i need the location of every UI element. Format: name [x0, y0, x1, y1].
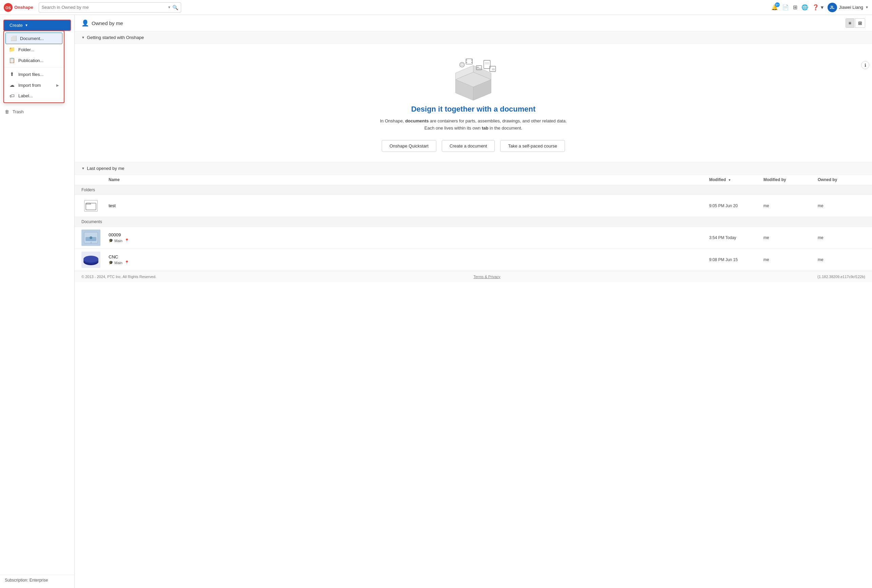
- menu-item-import-files-label: Import files...: [18, 72, 44, 77]
- search-input[interactable]: [42, 5, 168, 10]
- view-toggle: ≡ ⊞: [845, 18, 865, 28]
- menu-item-label[interactable]: 🏷 Label...: [4, 90, 64, 101]
- footer-version: (1.182.38209.e117c9cf122b): [817, 274, 865, 279]
- doc-modified-by-cnc: me: [764, 257, 818, 262]
- svg-point-25: [90, 236, 92, 239]
- folder-owned-by: me: [818, 204, 865, 208]
- doc-info-cnc: CNC 🎓 Main 📍: [108, 254, 709, 265]
- doc-owned-by-cnc: me: [818, 257, 865, 262]
- folder-modified-by: me: [764, 204, 818, 208]
- doc-thumb-svg-00009: :): [81, 230, 101, 246]
- table-row[interactable]: test 9:05 PM Jun 20 me me: [75, 195, 872, 217]
- search-container[interactable]: ▼ 🔍: [39, 2, 181, 12]
- folder-modified: 9:05 PM Jun 20: [709, 204, 764, 208]
- col-owned-by: Owned by: [818, 177, 865, 182]
- navbar: OS Onshape ▼ 🔍 🔔 9+ 📄 ⊞ 🌐 ❓ ▾ JL Jiawei …: [0, 0, 872, 15]
- logo-text: Onshape: [14, 5, 33, 10]
- branch-icon-cnc: 🎓: [108, 260, 113, 265]
- doc-name-cnc: CNC: [108, 254, 709, 260]
- sidebar-item-trash[interactable]: 🗑 Trash: [0, 107, 74, 117]
- col-name[interactable]: Name: [108, 177, 709, 182]
- grid-view-button[interactable]: ⊞: [855, 18, 865, 28]
- svg-text::): :): [90, 242, 92, 243]
- menu-item-folder[interactable]: 📁 Folder...: [4, 44, 64, 55]
- doc-thumbnail-image-cnc: [81, 252, 101, 268]
- search-button[interactable]: 🔍: [172, 5, 178, 10]
- user-avatar: JL: [828, 3, 837, 12]
- welcome-title: Design it together with a document: [411, 105, 536, 114]
- welcome-description: In Onshape, documents are containers for…: [378, 118, 568, 132]
- footer-copyright: © 2013 - 2024, PTC Inc. All Rights Reser…: [81, 274, 156, 279]
- notification-badge: 9+: [775, 2, 780, 7]
- logo[interactable]: OS Onshape: [3, 3, 33, 12]
- doc-owned-by-00009: me: [818, 236, 865, 240]
- doc-thumbnail-image-00009: :): [81, 230, 101, 246]
- page-title-text: Owned by me: [92, 20, 123, 26]
- cloud-menu-icon: ☁: [9, 82, 15, 88]
- doc-tag-branch-00009: 🎓 Main: [108, 238, 122, 243]
- documents-icon[interactable]: 📄: [782, 4, 789, 10]
- svg-text:3D: 3D: [492, 68, 495, 70]
- notifications-icon[interactable]: 🔔 9+: [771, 4, 778, 10]
- main-content: 👤 Owned by me ≡ ⊞ ▼ Getting started with…: [75, 15, 872, 588]
- content-header: 👤 Owned by me ≡ ⊞: [75, 15, 872, 32]
- svg-rect-13: [466, 62, 467, 63]
- last-opened-header[interactable]: ▼ Last opened by me: [75, 162, 872, 175]
- doc-modified-cnc: 9:08 PM Jun 15: [709, 257, 764, 262]
- grid-icon[interactable]: ⊞: [793, 4, 797, 10]
- search-dropdown-arrow[interactable]: ▼: [168, 5, 171, 9]
- help-icon[interactable]: ❓ ▾: [812, 4, 823, 10]
- menu-item-label-label: Label...: [18, 93, 33, 98]
- doc-tag-pin-00009: 📍: [125, 238, 129, 243]
- table-row[interactable]: CNC 🎓 Main 📍 9:08 PM Jun 15 me me: [75, 249, 872, 271]
- globe-icon[interactable]: 🌐: [801, 4, 808, 10]
- menu-item-import-from-label: Import from: [18, 83, 41, 88]
- onshape-logo-icon: OS: [3, 3, 13, 12]
- navbar-icons: 🔔 9+ 📄 ⊞ 🌐 ❓ ▾ JL Jiawei Liang ▼: [771, 3, 869, 12]
- label-menu-icon: 🏷: [9, 93, 15, 99]
- doc-info-00009: 00009 🎓 Main 📍: [108, 232, 709, 243]
- user-menu[interactable]: JL Jiawei Liang ▼: [828, 3, 869, 12]
- folders-section-label: Folders: [75, 185, 872, 195]
- menu-item-import-from[interactable]: ☁ Import from ▶: [4, 80, 64, 90]
- last-opened-label: Last opened by me: [87, 166, 125, 171]
- folder-svg: [86, 201, 96, 211]
- footer-terms[interactable]: Terms & Privacy: [473, 274, 500, 279]
- page-footer: © 2013 - 2024, PTC Inc. All Rights Reser…: [75, 271, 872, 282]
- publication-menu-icon: 📋: [9, 57, 15, 63]
- getting-started-header[interactable]: ▼ Getting started with Onshape: [75, 32, 872, 44]
- doc-modified-by-00009: me: [764, 236, 818, 240]
- col-modified[interactable]: Modified ▼: [709, 177, 764, 182]
- svg-point-17: [460, 62, 465, 67]
- doc-name-00009: 00009: [108, 232, 709, 237]
- files-table: Name Modified ▼ Modified by Owned by Fol…: [75, 175, 872, 271]
- menu-item-document[interactable]: ⬜ Document...: [5, 33, 62, 44]
- folder-info: test: [108, 203, 709, 208]
- dropdown-divider-1: [4, 67, 64, 68]
- create-button-label: Create: [9, 23, 23, 28]
- pin-icon: 📍: [125, 238, 129, 243]
- welcome-actions: Onshape Quickstart Create a document Tak…: [382, 140, 565, 152]
- menu-item-publication[interactable]: 📋 Publication...: [4, 55, 64, 66]
- last-opened-chevron-icon: ▼: [81, 166, 85, 170]
- sidebar: Create ▼ ⬜ Document... 📁 Folder... 📋 Pub…: [0, 15, 75, 588]
- documents-section-label: Documents: [75, 217, 872, 227]
- getting-started-label: Getting started with Onshape: [87, 35, 144, 40]
- create-document-button[interactable]: Create a document: [442, 140, 495, 152]
- doc-tags-00009: 🎓 Main 📍: [108, 238, 709, 243]
- folder-name: test: [108, 203, 709, 208]
- trash-icon: 🗑: [5, 109, 9, 114]
- menu-item-import-files[interactable]: ⬆ Import files...: [4, 69, 64, 80]
- quickstart-button[interactable]: Onshape Quickstart: [382, 140, 436, 152]
- list-view-button[interactable]: ≡: [845, 18, 854, 28]
- menu-item-publication-label: Publication...: [18, 58, 44, 63]
- self-paced-course-button[interactable]: Take a self-paced course: [500, 140, 565, 152]
- folder-menu-icon: 📁: [9, 46, 15, 52]
- create-button[interactable]: Create ▼: [3, 20, 71, 31]
- folder-thumbnail: [81, 198, 101, 214]
- table-row[interactable]: :) 00009 🎓 Main 📍: [75, 227, 872, 249]
- svg-rect-11: [466, 59, 467, 61]
- info-icon[interactable]: ℹ: [861, 61, 869, 69]
- doc-thumbnail-00009: :): [81, 230, 101, 246]
- doc-thumb-svg-cnc: [81, 252, 101, 268]
